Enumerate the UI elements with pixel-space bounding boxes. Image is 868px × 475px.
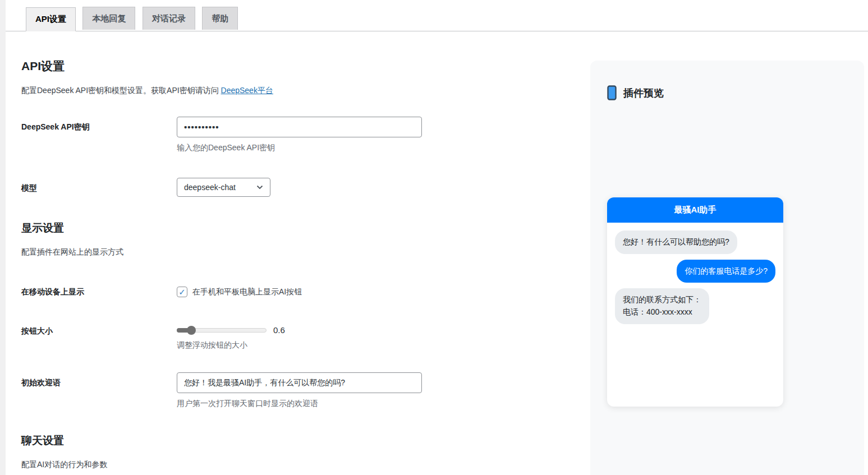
settings-page: API设置 本地回复 对话记录 帮助 API设置 配置DeepSeek API密…	[0, 0, 868, 475]
tab-help[interactable]: 帮助	[202, 7, 238, 30]
api-settings-description-text: 配置DeepSeek API密钥和模型设置。获取API密钥请访问	[21, 86, 221, 95]
tab-api-settings[interactable]: API设置	[26, 7, 76, 31]
chat-message-user: 你们的客服电话是多少?	[677, 260, 775, 283]
tab-bar: API设置 本地回复 对话记录 帮助	[6, 0, 868, 31]
welcome-message-row: 初始欢迎语 用户第一次打开聊天窗口时显示的欢迎语	[21, 372, 584, 409]
check-icon: ✓	[178, 288, 186, 296]
chat-message-bot-greeting: 您好！有什么可以帮助您的吗?	[615, 230, 737, 254]
phone-icon	[607, 85, 617, 100]
chat-widget-preview: 最骚AI助手 您好！有什么可以帮助您的吗? 你们的客服电话是多少? 我们的联系方…	[607, 197, 783, 407]
tab-conversation-log[interactable]: 对话记录	[143, 7, 195, 30]
model-select[interactable]: deepseek-chat	[177, 178, 270, 197]
model-row: 模型 deepseek-chat	[21, 178, 584, 197]
welcome-message-label: 初始欢迎语	[21, 372, 177, 409]
deepseek-platform-link[interactable]: DeepSeek平台	[221, 86, 273, 95]
chat-settings-description: 配置AI对话的行为和参数	[21, 460, 584, 470]
button-size-row: 按钮大小 0.6 调整浮动按钮的大小	[21, 321, 584, 351]
api-key-input[interactable]	[177, 117, 422, 137]
tab-local-replies[interactable]: 本地回复	[82, 7, 135, 30]
api-settings-heading: API设置	[21, 58, 584, 74]
slider-thumb[interactable]	[187, 326, 196, 335]
api-key-row: DeepSeek API密钥 输入您的DeepSeek API密钥	[21, 117, 584, 153]
button-size-help: 调整浮动按钮的大小	[177, 340, 584, 351]
model-label: 模型	[21, 178, 177, 197]
chat-settings-heading: 聊天设置	[21, 434, 584, 448]
display-settings-description: 配置插件在网站上的显示方式	[21, 247, 584, 257]
welcome-message-help: 用户第一次打开聊天窗口时显示的欢迎语	[177, 399, 584, 409]
button-size-slider[interactable]	[177, 326, 267, 335]
model-select-value: deepseek-chat	[184, 183, 236, 192]
button-size-label: 按钮大小	[21, 321, 177, 351]
display-settings-heading: 显示设置	[21, 221, 584, 236]
page-left-gutter	[0, 0, 6, 475]
mobile-display-checkbox-label: 在手机和平板电脑上显示AI按钮	[192, 287, 302, 297]
api-key-label: DeepSeek API密钥	[21, 117, 177, 153]
chat-message-line: 我们的联系方式如下：	[623, 294, 701, 306]
chat-message-line: 电话：400-xxx-xxxx	[623, 306, 701, 319]
mobile-display-row: 在移动设备上显示 ✓ 在手机和平板电脑上显示AI按钮	[21, 283, 584, 297]
button-size-value: 0.6	[273, 325, 285, 335]
mobile-display-label: 在移动设备上显示	[21, 283, 177, 297]
chevron-down-icon	[256, 185, 263, 190]
chat-widget-header: 最骚AI助手	[607, 197, 783, 223]
welcome-message-input[interactable]	[177, 372, 422, 393]
chat-widget-body: 您好！有什么可以帮助您的吗? 你们的客服电话是多少? 我们的联系方式如下： 电话…	[607, 223, 783, 338]
plugin-preview-panel: 插件预览 最骚AI助手 您好！有什么可以帮助您的吗? 你们的客服电话是多少? 我…	[590, 61, 864, 475]
preview-panel-title: 插件预览	[623, 86, 664, 100]
api-key-help: 输入您的DeepSeek API密钥	[177, 143, 584, 153]
chat-message-bot-contact: 我们的联系方式如下： 电话：400-xxx-xxxx	[615, 288, 709, 324]
api-settings-description: 配置DeepSeek API密钥和模型设置。获取API密钥请访问 DeepSee…	[21, 86, 584, 96]
mobile-display-checkbox[interactable]: ✓	[177, 287, 187, 297]
settings-form: API设置 配置DeepSeek API密钥和模型设置。获取API密钥请访问 D…	[6, 32, 584, 470]
